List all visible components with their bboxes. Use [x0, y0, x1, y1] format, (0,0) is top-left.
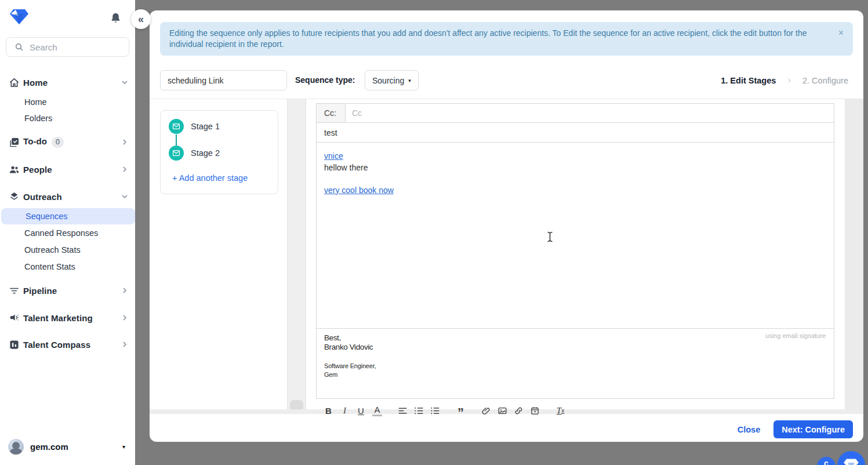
sidebar: Home Home Folders To-do0 People	[0, 0, 135, 465]
gem-fab-logo-icon	[843, 458, 859, 465]
sidebar-item-outreach-stats[interactable]: Outreach Stats	[0, 242, 135, 258]
search-box	[6, 37, 129, 57]
email-stage-icon	[169, 119, 184, 134]
sidebar-item-todo[interactable]: To-do0	[0, 133, 135, 151]
help-fab-icon: c	[824, 459, 829, 465]
sequence-type-label: Sequence type:	[295, 75, 355, 85]
stage-2-item[interactable]: Stage 2	[169, 146, 220, 161]
collapse-sidebar-button[interactable]: «	[131, 9, 151, 29]
gem-logo-icon[interactable]	[9, 8, 29, 26]
home-icon	[9, 77, 20, 88]
collapse-icon: «	[138, 13, 144, 26]
sidebar-item-talent-compass[interactable]: Talent Compass	[0, 336, 135, 353]
megaphone-icon	[9, 313, 20, 324]
banner-close-icon[interactable]: ×	[838, 27, 844, 38]
sidebar-item-label: Talent Marketing	[23, 313, 93, 323]
signature-line: Branko Vidovic	[324, 343, 826, 352]
header-divider	[150, 99, 863, 99]
signature-line: Best,	[324, 333, 826, 343]
insert-image-icon[interactable]	[497, 405, 507, 416]
signature-note: using email signature	[765, 332, 826, 339]
subject-field[interactable]: test	[317, 123, 834, 143]
sidebar-item-label: People	[23, 165, 52, 175]
info-banner: Editing the sequence only applies to fut…	[160, 22, 853, 56]
search-icon	[14, 42, 24, 52]
account-caret-icon[interactable]: ▾	[122, 444, 125, 450]
cc-input[interactable]	[346, 104, 834, 122]
email-editor: Cc: test vnice hellow there very cool bo…	[316, 103, 834, 399]
sidebar-item-home-sub[interactable]: Home	[0, 94, 135, 110]
cc-row: Cc:	[317, 104, 834, 123]
body-link[interactable]: very cool book now	[324, 186, 394, 195]
insert-link-icon[interactable]	[514, 405, 524, 416]
body-text-line: hellow there	[324, 162, 826, 174]
email-stage-icon	[169, 146, 184, 161]
unordered-list-icon[interactable]	[430, 405, 440, 416]
sub-item-label: Content Stats	[24, 262, 75, 271]
step-edit-stages[interactable]: 1. Edit Stages	[721, 76, 776, 85]
sub-item-label: Canned Responses	[24, 228, 98, 238]
sidebar-item-pipeline[interactable]: Pipeline	[0, 282, 135, 299]
avatar	[8, 439, 24, 455]
calendar-icon[interactable]	[530, 405, 540, 416]
sidebar-item-label: Outreach	[23, 192, 62, 202]
edit-sequence-modal: Editing the sequence only applies to fut…	[150, 10, 863, 442]
vertical-scrollbar-right[interactable]	[845, 99, 863, 413]
modal-footer: Close Next: Configure	[738, 420, 853, 438]
chevron-down-icon	[121, 193, 128, 200]
sidebar-item-content-stats[interactable]: Content Stats	[0, 259, 135, 275]
bold-icon[interactable]: B	[324, 405, 333, 416]
vertical-scrollbar[interactable]	[287, 99, 306, 413]
sidebar-item-outreach[interactable]: Outreach	[0, 188, 135, 205]
sidebar-item-canned-responses[interactable]: Canned Responses	[0, 225, 135, 241]
account-menu[interactable]: gem.com ▾	[0, 438, 135, 465]
search-input[interactable]	[30, 42, 117, 52]
step-separator-chevron-icon: ›	[787, 74, 791, 86]
signature-line: Gem	[324, 370, 826, 379]
body-link[interactable]: vnice	[324, 151, 343, 161]
pipeline-filter-icon	[9, 285, 20, 296]
italic-icon[interactable]: I	[340, 405, 350, 416]
sub-item-label: Folders	[24, 114, 52, 123]
subject-value: test	[324, 128, 337, 137]
sequence-name-input[interactable]	[160, 70, 287, 90]
close-button[interactable]: Close	[738, 425, 761, 434]
sidebar-item-people[interactable]: People	[0, 161, 135, 178]
sub-item-label: Sequences	[26, 212, 68, 221]
sidebar-item-folders[interactable]: Folders	[0, 110, 135, 126]
bar-chart-icon	[9, 339, 20, 350]
people-icon	[9, 164, 20, 175]
chevron-right-icon	[121, 139, 128, 146]
chevron-right-icon	[121, 166, 128, 173]
notifications-bell-icon[interactable]	[110, 12, 122, 24]
ordered-list-icon[interactable]	[414, 405, 424, 416]
next-configure-button[interactable]: Next: Configure	[773, 420, 853, 438]
wizard-steps: 1. Edit Stages › 2. Configure	[721, 70, 848, 90]
chevron-right-icon	[121, 341, 128, 348]
text-color-icon[interactable]: A	[372, 405, 382, 416]
underline-icon[interactable]: U	[356, 405, 366, 416]
chevron-right-icon	[121, 287, 128, 294]
stage-connector-line	[176, 135, 177, 146]
align-icon[interactable]	[398, 405, 408, 416]
stages-panel: Stage 1 Stage 2 + Add another stage	[160, 110, 278, 194]
dropdown-caret-icon: ▾	[408, 78, 411, 83]
clear-formatting-icon[interactable]: Tx	[555, 405, 565, 416]
sidebar-item-sequences[interactable]: Sequences	[1, 208, 135, 224]
sidebar-item-label: To-do0	[23, 136, 64, 148]
sequence-type-dropdown[interactable]: Sourcing ▾	[365, 70, 419, 90]
chevron-down-icon	[121, 79, 128, 86]
stage-1-item[interactable]: Stage 1	[169, 119, 220, 134]
page: Home Home Folders To-do0 People	[0, 0, 868, 465]
step-configure[interactable]: 2. Configure	[802, 76, 848, 85]
sidebar-item-talent-marketing[interactable]: Talent Marketing	[0, 309, 135, 326]
signature-block: using email signature Best, Branko Vidov…	[317, 328, 834, 399]
attachment-icon[interactable]	[481, 405, 491, 416]
add-stage-button[interactable]: + Add another stage	[172, 173, 248, 183]
sidebar-item-home[interactable]: Home	[0, 74, 135, 91]
account-label: gem.com	[30, 442, 68, 452]
info-banner-text: Editing the sequence only applies to fut…	[169, 28, 807, 49]
stage-label: Stage 2	[191, 148, 220, 158]
blockquote-icon[interactable]: ”	[456, 405, 466, 416]
email-body-editor[interactable]: vnice hellow there very cool book now	[317, 143, 834, 328]
